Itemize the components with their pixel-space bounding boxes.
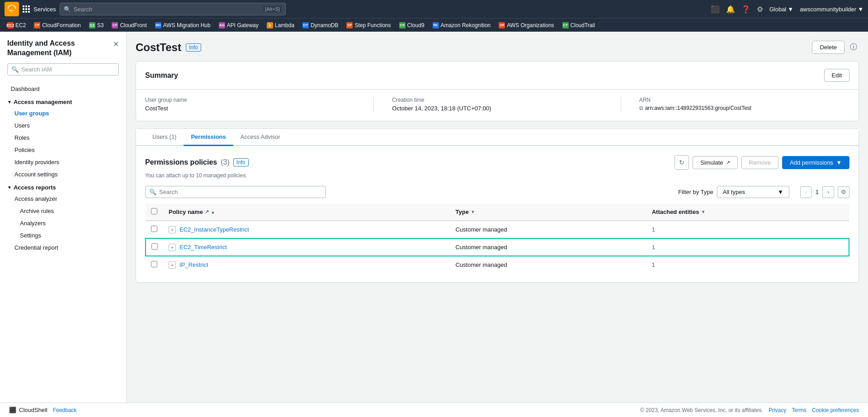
sidebar-item-roles[interactable]: Roles: [0, 132, 126, 144]
row-1-entities: 1: [646, 221, 849, 238]
prev-page-button[interactable]: ‹: [800, 186, 812, 198]
user-menu[interactable]: awscommunitybuilder ▼: [800, 6, 863, 13]
footer-feedback[interactable]: Feedback: [53, 407, 77, 413]
add-permissions-button[interactable]: Add permissions ▼: [782, 156, 849, 169]
summary-card-header: Summary Edit: [136, 62, 859, 90]
row-2-checkbox[interactable]: [151, 243, 158, 250]
services-label: Services: [33, 6, 56, 13]
sidebar-item-user-groups[interactable]: User groups: [0, 107, 126, 119]
bookmark-api-gateway[interactable]: AG API Gateway: [215, 21, 262, 29]
summary-value-creation-time: October 14, 2023, 18:18 (UTC+07:00): [392, 105, 602, 112]
row-1-entity-link[interactable]: 1: [652, 226, 655, 233]
row-1-expand-icon[interactable]: +: [169, 226, 176, 233]
bookmark-step-functions[interactable]: SF Step Functions: [343, 21, 394, 29]
type-filter-select[interactable]: All types ▼: [717, 186, 789, 198]
global-search[interactable]: 🔍 [Alt+S]: [60, 3, 286, 15]
row-3-expand-icon[interactable]: +: [169, 261, 176, 269]
support-icon[interactable]: ⬛: [711, 5, 720, 14]
row-1-type: Customer managed: [450, 221, 646, 238]
services-menu[interactable]: Services: [23, 5, 56, 13]
sidebar-section-access-management[interactable]: ▼ Access management: [0, 95, 126, 107]
external-link-icon-th[interactable]: ↗: [205, 209, 209, 215]
sidebar-item-dashboard[interactable]: Dashboard: [0, 83, 126, 95]
bookmark-cloudfront[interactable]: CF CloudFront: [108, 21, 150, 29]
type-filter-value: All types: [723, 189, 745, 195]
sort-arrow-type[interactable]: ▼: [471, 209, 475, 214]
bookmark-organizations[interactable]: OR AWS Organizations: [495, 21, 557, 29]
summary-field-arn: ARN ⧉ arn:aws:iam::148922931563:group/Co…: [639, 97, 849, 112]
simulate-button[interactable]: Simulate ↗: [693, 156, 738, 169]
sidebar-item-access-analyzer[interactable]: Access analyzer: [0, 193, 126, 205]
rekognition-icon: RK: [433, 22, 439, 28]
bookmark-lambda[interactable]: λ Lambda: [263, 21, 298, 29]
copy-icon[interactable]: ⧉: [639, 105, 643, 111]
table-settings-button[interactable]: ⚙: [838, 186, 849, 198]
footer-terms-link[interactable]: Terms: [792, 407, 807, 413]
footer-cookie-link[interactable]: Cookie preferences: [812, 407, 859, 413]
table-row: + EC2_InstanceTypeRestrict Customer mana…: [146, 221, 849, 238]
footer-privacy-link[interactable]: Privacy: [769, 407, 786, 413]
settings-icon[interactable]: ⚙: [757, 5, 763, 14]
info-badge[interactable]: Info: [186, 43, 201, 52]
notifications-icon[interactable]: 🔔: [726, 5, 735, 14]
bookmark-dynamodb[interactable]: DY DynamoDB: [299, 21, 342, 29]
policy-search[interactable]: 🔍: [145, 186, 326, 198]
sidebar-search-input[interactable]: [21, 66, 115, 73]
region-selector[interactable]: Global ▼: [769, 6, 793, 13]
tabs: Users (1) Permissions Access Advisor: [136, 129, 859, 146]
tab-permissions[interactable]: Permissions: [184, 129, 233, 146]
bookmark-cloudtrail[interactable]: CT CloudTrail: [559, 21, 599, 29]
row-3-entity-link[interactable]: 1: [652, 261, 655, 268]
tab-users[interactable]: Users (1): [145, 129, 184, 146]
select-all-checkbox[interactable]: [151, 208, 157, 214]
tab-access-advisor[interactable]: Access Advisor: [233, 129, 288, 146]
bookmark-s3[interactable]: S3 S3: [85, 21, 108, 29]
delete-button[interactable]: Delete: [812, 41, 844, 54]
sidebar-item-identity-providers[interactable]: Identity providers: [0, 156, 126, 168]
permissions-subtitle: You can attach up to 10 managed policies…: [145, 172, 849, 179]
cloudshell-button[interactable]: ⬛ CloudShell: [9, 407, 47, 413]
sidebar-close-button[interactable]: ✕: [113, 40, 119, 48]
sidebar-item-policies[interactable]: Policies: [0, 144, 126, 156]
row-3-policy-link[interactable]: IP_Restrict: [179, 261, 208, 268]
sidebar-item-users[interactable]: Users: [0, 119, 126, 132]
row-1-policy-link[interactable]: EC2_InstanceTypeRestrict: [179, 226, 249, 233]
sidebar-item-analyzers[interactable]: Analyzers: [0, 217, 126, 229]
sidebar-item-account-settings[interactable]: Account settings: [0, 168, 126, 180]
sidebar-item-archive-rules[interactable]: Archive rules: [0, 205, 126, 217]
permissions-title: Permissions policies: [145, 158, 217, 166]
row-2-policy-name: + EC2_TimeRestrict: [163, 238, 450, 256]
row-1-checkbox[interactable]: [151, 226, 157, 232]
sidebar-item-settings[interactable]: Settings: [0, 229, 126, 242]
row-2-entity-link[interactable]: 1: [652, 244, 655, 251]
row-2-expand-icon[interactable]: +: [169, 244, 176, 251]
sidebar-item-credential-report[interactable]: Credential report: [0, 242, 126, 254]
policy-search-input[interactable]: [159, 189, 322, 195]
bookmark-ec2[interactable]: EC2 EC2: [4, 21, 29, 29]
help-icon[interactable]: ❓: [741, 5, 750, 14]
sort-arrow-entities[interactable]: ▼: [701, 209, 705, 214]
th-attached-entities: Attached entities ▼: [646, 204, 849, 221]
permissions-info-badge[interactable]: Info: [233, 158, 249, 166]
global-search-input[interactable]: [74, 6, 260, 13]
sidebar-search[interactable]: 🔍: [7, 63, 119, 76]
aws-logo[interactable]: [5, 2, 19, 16]
next-page-button[interactable]: ›: [822, 186, 834, 198]
bookmark-migration-hub[interactable]: MH AWS Migration Hub: [151, 21, 214, 29]
bookmark-cloudformation[interactable]: CF CloudFormation: [30, 21, 84, 29]
api-gateway-icon: AG: [219, 22, 225, 28]
row-2-policy-link[interactable]: EC2_TimeRestrict: [179, 244, 227, 251]
row-3-checkbox[interactable]: [151, 261, 157, 267]
bookmark-cloud9[interactable]: C9 Cloud9: [396, 21, 428, 29]
bookmark-rekognition[interactable]: RK Amazon Rekognition: [429, 21, 495, 29]
page-info-circle-button[interactable]: ⓘ: [848, 41, 859, 54]
edit-button[interactable]: Edit: [824, 69, 849, 82]
row-3-type: Customer managed: [450, 256, 646, 273]
sidebar-section-access-reports[interactable]: ▼ Access reports: [0, 180, 126, 193]
search-shortcut: [Alt+S]: [263, 6, 282, 12]
permissions-section: Permissions policies (3) Info ↻ Simulate…: [136, 146, 859, 282]
remove-button[interactable]: Remove: [741, 156, 778, 169]
sort-arrow-policy-name[interactable]: ▲: [211, 209, 215, 214]
refresh-button[interactable]: ↻: [675, 155, 689, 170]
cloud9-icon: C9: [399, 22, 406, 28]
